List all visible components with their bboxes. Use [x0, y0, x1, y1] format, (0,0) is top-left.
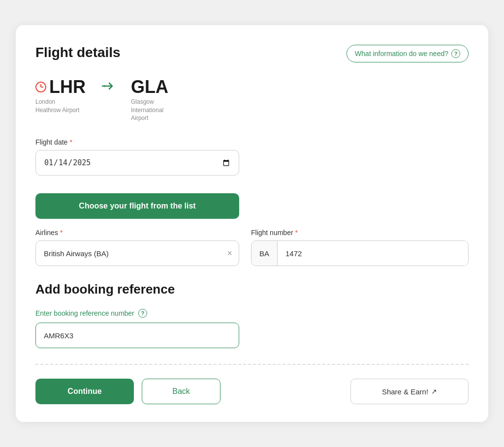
- booking-input-label: Enter booking reference number: [35, 309, 134, 317]
- share-earn-label: Share & Earn!: [382, 387, 428, 396]
- destination-name: GlasgowInternationalAirport: [131, 98, 168, 122]
- airlines-required-star: *: [60, 229, 63, 237]
- flight-details-card: Flight details What information do we ne…: [16, 25, 488, 422]
- origin-code: LHR: [49, 78, 86, 96]
- destination-code-row: GLA: [131, 78, 168, 96]
- share-earn-button[interactable]: Share & Earn! ↗: [350, 379, 469, 404]
- airlines-clear-button[interactable]: ×: [227, 249, 232, 258]
- flight-number-label: Flight number *: [251, 229, 469, 237]
- origin-airport: LHR LondonHeathrow Airport: [35, 78, 86, 115]
- plane-icon: [101, 81, 115, 91]
- info-button-label: What information do we need?: [355, 50, 448, 58]
- question-icon: ?: [451, 49, 460, 58]
- footer-actions: Continue Back Share & Earn! ↗: [35, 379, 469, 404]
- flight-date-label: Flight date *: [35, 138, 469, 146]
- choose-flight-button[interactable]: Choose your flight from the list: [35, 193, 239, 219]
- destination-airport: GLA GlasgowInternationalAirport: [131, 78, 168, 122]
- booking-section-title: Add booking reference: [35, 282, 469, 297]
- booking-label-row: Enter booking reference number ?: [35, 309, 469, 318]
- page-header: Flight details What information do we ne…: [35, 45, 469, 62]
- origin-code-row: LHR: [35, 78, 86, 96]
- booking-help-icon[interactable]: ?: [138, 309, 147, 318]
- airlines-select[interactable]: British Airways (BA): [35, 240, 239, 266]
- flight-date-section: Flight date *: [35, 138, 469, 176]
- page-title: Flight details: [35, 45, 121, 60]
- booking-reference-input[interactable]: [35, 323, 239, 348]
- info-button[interactable]: What information do we need? ?: [346, 45, 469, 62]
- back-button[interactable]: Back: [142, 379, 220, 404]
- share-arrow-icon: ↗: [431, 387, 437, 395]
- destination-code: GLA: [131, 78, 168, 96]
- flight-number-col: Flight number * BA: [251, 229, 469, 266]
- flight-number-required-star: *: [295, 229, 298, 237]
- airlines-flightnumber-row: Airlines * British Airways (BA) × Flight…: [35, 229, 469, 266]
- airlines-col: Airlines * British Airways (BA) ×: [35, 229, 239, 266]
- plane-arrow: [101, 78, 115, 91]
- route-section: LHR LondonHeathrow Airport GLA GlasgowIn…: [35, 78, 469, 122]
- origin-name: LondonHeathrow Airport: [35, 98, 85, 115]
- airlines-select-wrapper: British Airways (BA) ×: [35, 240, 239, 266]
- required-star: *: [69, 138, 72, 146]
- continue-button[interactable]: Continue: [35, 379, 134, 404]
- divider: [35, 364, 469, 365]
- flight-number-box: BA: [251, 240, 469, 266]
- flight-prefix: BA: [252, 241, 278, 266]
- flight-number-input[interactable]: [278, 241, 468, 266]
- clock-icon: [35, 82, 46, 92]
- flight-date-input[interactable]: [35, 150, 239, 176]
- airlines-label: Airlines *: [35, 229, 239, 237]
